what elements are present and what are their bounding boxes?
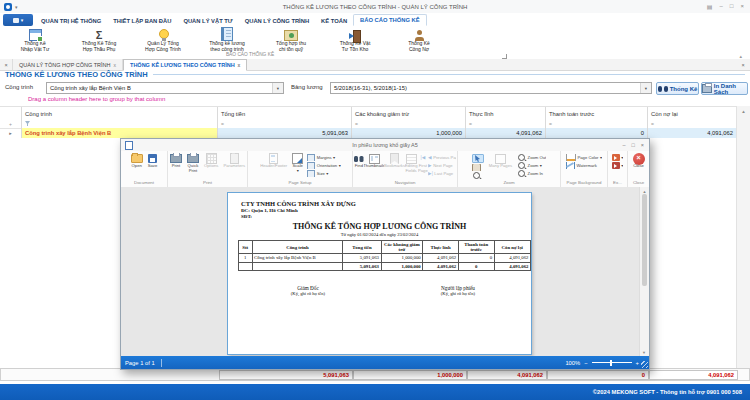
filter-cell[interactable]: =: [546, 119, 648, 128]
group-by-hint: Drag a column header here to group by th…: [28, 96, 165, 102]
zoom-in-button[interactable]: Zoom In: [517, 170, 546, 177]
in-danh-sach-button[interactable]: In Danh Sách: [701, 82, 748, 95]
pointer-tool-button[interactable]: [472, 154, 484, 163]
orientation-button[interactable]: Orientation ▾: [307, 162, 341, 169]
toolbar-group-print: Print Quick Print Options Parameters Pri…: [168, 151, 248, 187]
dialog-maximize-icon[interactable]: □: [631, 142, 634, 148]
last-page-button: ▶| Last Page: [428, 170, 456, 177]
print-button[interactable]: Print: [169, 153, 183, 169]
tab-close-icon[interactable]: x: [238, 62, 241, 68]
lightbulb-icon: [158, 29, 169, 41]
scrollbar-thumb[interactable]: [642, 194, 647, 286]
row-expand-icon[interactable]: ▸: [0, 128, 22, 138]
grid-vertical-scrollbar[interactable]: ▲: [736, 106, 750, 368]
minimize-icon[interactable]: –: [720, 3, 723, 10]
window-title: THỐNG KÊ LƯƠNG THEO CÔNG TRÌNH - QUẢN LÝ…: [100, 4, 650, 10]
quick-print-button[interactable]: Quick Print: [186, 153, 200, 174]
maximize-icon[interactable]: □: [730, 3, 734, 10]
page-title: THỐNG KÊ LƯƠNG THEO CÔNG TRÌNH: [5, 70, 148, 79]
summary-giam-tru: 1,000,000: [353, 370, 467, 380]
cell-giam-tru[interactable]: 1,000,000: [352, 128, 466, 138]
thumbnails-button[interactable]: Thumbnails: [364, 153, 385, 169]
editing-fields-button: Editing Fields: [405, 153, 418, 174]
toolbar-group-navigation: Find Thumbnails Bookmarks Editing Fields…: [353, 151, 458, 187]
ribbon-tab-ke-toan[interactable]: KẾ TOÁN: [315, 16, 353, 26]
dialog-close-icon[interactable]: ×: [641, 142, 644, 148]
ribbon-button-thong-ke-tong-hop-thau-phu[interactable]: Σ Thống Kê Tổng Hợp Thầu Phụ: [67, 27, 131, 52]
export-document-button[interactable]: ▾: [612, 154, 624, 161]
report-company: CTY TNHH CÔNG TRÌNH XÂY DỰNG: [241, 200, 356, 207]
zoom-icon: [518, 162, 525, 169]
bang-luong-label: Bảng lương: [291, 84, 323, 90]
magnifier-tool-button[interactable]: [472, 172, 482, 179]
tab-close-icon[interactable]: x: [114, 62, 117, 68]
summary-thuc-linh: 4,091,062: [467, 370, 547, 380]
bang-luong-combobox[interactable]: 5/2018(16-31), 5/2018(1-15) ▾: [330, 82, 652, 94]
margins-button[interactable]: Margins ▾: [307, 154, 341, 161]
cell-thanh-toan-truoc[interactable]: 0: [546, 128, 648, 138]
chevron-down-icon[interactable]: ▾: [272, 83, 283, 93]
close-icon[interactable]: ×: [740, 3, 744, 10]
filter-cell-cong-trinh[interactable]: [22, 119, 218, 128]
thong-ke-button[interactable]: Thống Kê: [656, 82, 699, 95]
zoom-button[interactable]: Zoom ▾: [517, 162, 546, 169]
ribbon-button-tong-hop-thu-chi-ton-quy[interactable]: Tổng hợp thu chi tồn quỹ: [259, 27, 323, 52]
file-dropdown-icon: ▾: [21, 17, 24, 23]
send-document-button[interactable]: ▾: [612, 162, 624, 169]
quick-access-dropdown-icon[interactable]: ▾: [15, 4, 18, 10]
zoom-out-button[interactable]: Zoom Out: [517, 154, 546, 161]
save-button[interactable]: Save: [147, 153, 159, 169]
many-pages-icon: [495, 154, 506, 164]
cong-trinh-label: Công trình: [5, 84, 33, 90]
zoom-minus-icon[interactable]: −: [584, 360, 587, 366]
find-button[interactable]: Find: [354, 153, 364, 169]
ribbon-tab-quan-tri-he-thong[interactable]: QUẢN TRỊ HỆ THỐNG: [35, 16, 107, 26]
close-preview-button[interactable]: × Close: [632, 153, 646, 169]
ribbon-tab-bao-cao-thong-ke[interactable]: BÁO CÁO THỐNG KÊ: [353, 14, 427, 26]
dialog-minimize-icon[interactable]: –: [622, 142, 625, 148]
ribbon-button-quan-ly-tong-hop-cong-trinh[interactable]: Quản Lý Tổng Hợp Công Trình: [131, 27, 195, 52]
filter-cell[interactable]: =: [648, 119, 737, 128]
ribbon-button-thong-ke-nhap-vat-tu[interactable]: Thống Kê Nhập Vật Tư: [3, 27, 67, 52]
ribbon-tab-thiet-lap-ban-dau[interactable]: THIẾT LẬP BAN ĐẦU: [107, 16, 177, 26]
report-address: ĐC: Quận 1, Hồ Chí Minh: [241, 208, 298, 213]
preview-surface[interactable]: CTY TNHH CÔNG TRÌNH XÂY DỰNG ĐC: Quận 1,…: [121, 187, 649, 356]
filter-cell[interactable]: =: [352, 119, 466, 128]
cell-cong-trinh[interactable]: Công trình xây lắp Bệnh Viện B: [22, 128, 218, 138]
scale-button[interactable]: Scale ▾: [291, 153, 304, 174]
ribbon-button-thong-ke-cong-no[interactable]: Thống Kê Công Nợ: [387, 27, 451, 52]
file-button[interactable]: ▾: [3, 14, 33, 26]
zoom-plus-icon[interactable]: +: [636, 360, 639, 366]
bookmarks-button: Bookmarks: [384, 153, 404, 169]
scroll-down-icon[interactable]: ▼: [642, 350, 646, 355]
notebook-icon: [221, 27, 233, 41]
hand-tool-button[interactable]: [472, 164, 482, 171]
report-total-row: 5,091,063 1,000,000 4,091,062 0 4,091,06…: [239, 262, 531, 270]
chevron-down-icon: ▾: [621, 155, 623, 160]
zoom-slider-thumb[interactable]: [610, 360, 613, 366]
ribbon-button-thong-ke-vat-tu-ton-kho[interactable]: Thống Kê Vật Tư Tồn Kho: [323, 27, 387, 52]
watermark-button[interactable]: Watermark: [566, 162, 602, 169]
open-button[interactable]: Open: [130, 153, 144, 169]
ribbon-button-thong-ke-luong-theo-cong-trinh[interactable]: Thống kê lương theo công trình: [195, 27, 259, 52]
cong-trinh-combobox[interactable]: Công trình xây lắp Bệnh Viện B ▾: [46, 82, 284, 94]
resize-grip[interactable]: [641, 361, 648, 368]
ribbon-tab-quan-ly-vat-tu[interactable]: QUẢN LÝ VẬT TƯ: [177, 16, 238, 26]
window-style-icon[interactable]: ▤: [707, 3, 713, 10]
cell-con-no-lai[interactable]: 4,091,062: [648, 128, 737, 138]
filter-cell[interactable]: =: [218, 119, 352, 128]
chevron-down-icon[interactable]: ▾: [640, 83, 651, 93]
filter-cell[interactable]: =: [466, 119, 546, 128]
ribbon-tab-quan-ly-cong-trinh[interactable]: QUẢN LÝ CÔNG TRÌNH: [239, 16, 315, 26]
person-icon: [414, 30, 425, 41]
preview-vertical-scrollbar[interactable]: ▲ ▼: [639, 187, 649, 356]
scroll-up-icon[interactable]: ▲: [737, 109, 750, 114]
printer-icon: [170, 154, 182, 163]
page-color-button[interactable]: Page Color ▾: [566, 154, 602, 161]
app-status-bar: ©2024 MEKONG SOFT - Thông tin hỗ trợ 090…: [0, 384, 750, 400]
toolbar-group-close: × Close Close: [628, 151, 649, 187]
zoom-slider[interactable]: [592, 362, 632, 363]
cell-tong-tien[interactable]: 5,091,063: [218, 128, 352, 138]
cell-thuc-linh[interactable]: 4,091,062: [466, 128, 546, 138]
size-button[interactable]: Size ▾: [307, 170, 341, 177]
